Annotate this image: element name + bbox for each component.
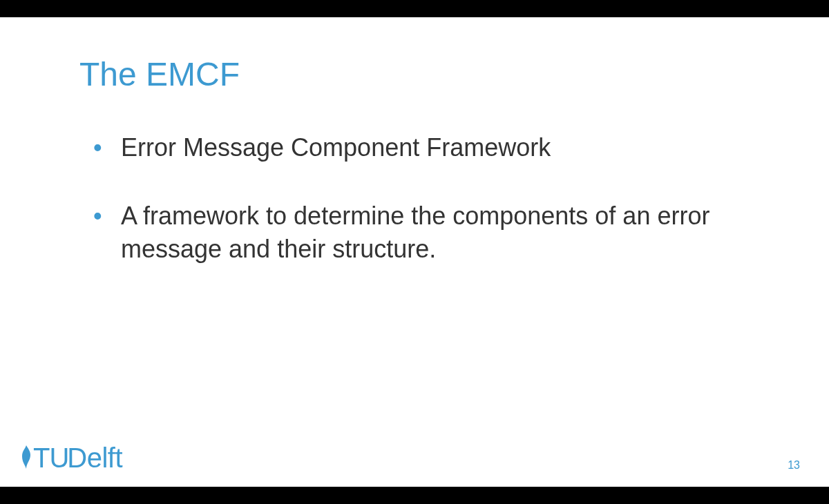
logo-prefix: TU: [33, 444, 68, 472]
logo-suffix: Delft: [67, 444, 122, 472]
list-item: Error Message Component Framework: [93, 131, 750, 165]
list-item: A framework to determine the components …: [93, 200, 750, 266]
slide-title: The EMCF: [79, 55, 750, 93]
bullet-list: Error Message Component Framework A fram…: [79, 131, 750, 266]
tudelft-logo: TU Delft: [17, 444, 122, 472]
page-number: 13: [788, 459, 800, 472]
slide: The EMCF Error Message Component Framewo…: [0, 17, 829, 487]
